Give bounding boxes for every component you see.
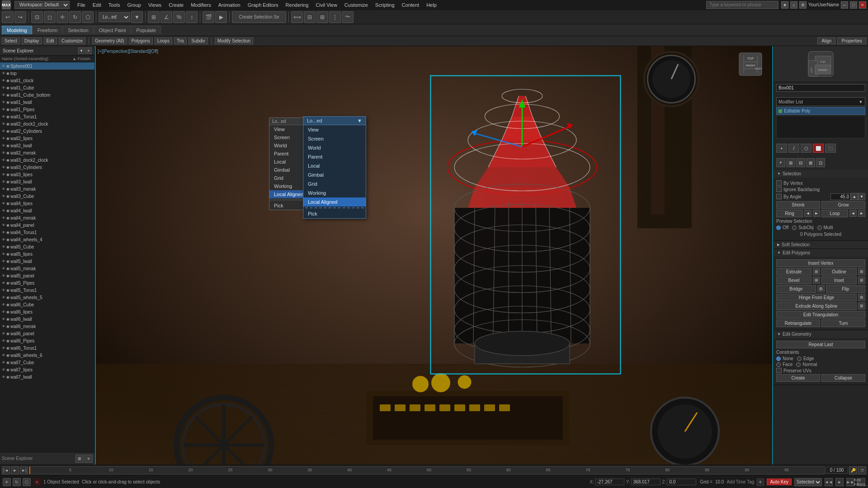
extrude-along-spline-btn[interactable]: Extrude Along Spline <box>776 302 857 310</box>
bevel-btn[interactable]: Bevel <box>776 277 811 284</box>
list-item-29[interactable]: 👁 ◉ wall5_panel <box>0 272 94 279</box>
auto-key-btn[interactable]: Auto Key <box>767 479 792 485</box>
scene-explorer-config[interactable]: ≡ <box>85 455 93 463</box>
preview-subobj-radio[interactable] <box>792 225 797 230</box>
sd-screen[interactable]: Screen <box>303 134 366 143</box>
flip-btn[interactable]: Flip <box>826 285 866 293</box>
small-reference-dropdown[interactable]: Lo...ed ▼ View Screen World Parent Local… <box>303 116 366 219</box>
tool-icon-3[interactable]: ⊟ <box>796 158 805 167</box>
ref-coord-btn[interactable]: ▼ <box>131 11 143 23</box>
reference-coord-dropdown[interactable]: Lo...ed <box>99 12 130 22</box>
z-value-input[interactable] <box>667 479 696 485</box>
menu-scripting[interactable]: Scripting <box>372 1 398 9</box>
spinner-snap[interactable]: ↕ <box>186 11 198 23</box>
edit-triangulation-btn[interactable]: Edit Triangulation <box>776 311 865 319</box>
mini-rotate-btn[interactable]: ↻ <box>13 478 21 486</box>
settings-icon[interactable]: ⚙ <box>799 1 807 9</box>
ring-plus[interactable]: ► <box>813 210 820 217</box>
list-item-7[interactable]: 👁 ◉ wall1_Torus1 <box>0 113 94 120</box>
face-radio[interactable] <box>776 362 781 367</box>
list-item-26[interactable]: 👁 ◉ wall5_lipes <box>0 250 94 258</box>
list-item-wall1-cube[interactable]: 👁 ◉ wall1_Cube <box>0 84 94 91</box>
tool-icon-2[interactable]: ⊞ <box>786 158 795 167</box>
sd-parent[interactable]: Parent <box>303 152 366 161</box>
poly-polygons-btn[interactable]: Polygons <box>129 38 153 44</box>
bevel-settings[interactable]: ⊞ <box>813 277 820 284</box>
loop-plus[interactable]: ► <box>858 210 865 217</box>
list-item-12[interactable]: 👁 ◉ wall2_merak <box>0 149 94 156</box>
insert-vertex-btn[interactable]: Insert Vertex <box>776 259 865 267</box>
sub-icon-border[interactable]: ⬡ <box>801 144 811 153</box>
sd-working[interactable]: Working <box>303 188 366 197</box>
list-item-38[interactable]: 👁 ◉ wall6_Pipes <box>0 337 94 344</box>
poly-select-btn[interactable]: Select <box>2 38 20 44</box>
sd-pick[interactable]: Pick <box>303 209 366 218</box>
list-item-19[interactable]: 👁 ◉ wall4_lipes <box>0 200 94 207</box>
poly-modify-selection-btn[interactable]: Modify Selection <box>215 38 253 44</box>
loop-minus[interactable]: ◄ <box>849 210 857 217</box>
home-icon[interactable]: ⌂ <box>790 1 797 9</box>
list-item-39[interactable]: 👁 ◉ wall6_Torus1 <box>0 344 94 352</box>
render-btn[interactable]: ▶ <box>215 11 227 23</box>
sd-world[interactable]: World <box>303 143 366 152</box>
preview-off-radio[interactable] <box>776 225 781 230</box>
grow-btn[interactable]: Grow <box>821 201 865 209</box>
menu-edit[interactable]: Edit <box>90 1 104 9</box>
poly-tris-btn[interactable]: Tris <box>174 38 187 44</box>
properties-label[interactable]: Properties <box>837 38 866 44</box>
tool-icon-1[interactable]: ⌖ <box>776 158 785 167</box>
star-icon[interactable]: ★ <box>781 1 788 9</box>
create-selection-set-btn[interactable]: Create Selection Se <box>232 11 286 23</box>
list-item-30[interactable]: 👁 ◉ wall5_Pipes <box>0 279 94 286</box>
soft-selection-header[interactable]: ▶ Soft Selection <box>774 241 868 249</box>
selection-mode-dropdown[interactable]: Selected <box>794 478 822 486</box>
list-item-9[interactable]: 👁 ◉ wall2_Cylinders <box>0 127 94 135</box>
undo-btn[interactable]: ↩ <box>2 11 14 23</box>
move-btn[interactable]: ✛ <box>57 11 68 23</box>
list-item-35[interactable]: 👁 ◉ wall6_lwall <box>0 315 94 323</box>
poly-subdiv-btn[interactable]: Subdiv <box>189 38 208 44</box>
list-item-34[interactable]: 👁 ◉ wall6_lipes <box>0 308 94 315</box>
key-mode-btn[interactable]: 🔑 <box>849 466 857 474</box>
sub-icon-polygon[interactable]: ⬜ <box>813 144 824 153</box>
angle-value-input[interactable] <box>830 193 851 200</box>
angle-down-btn[interactable]: ▼ <box>858 193 865 200</box>
render-setup[interactable]: 🎬 <box>203 11 214 23</box>
scene-explorer-toggle[interactable]: ⊞ <box>75 455 84 463</box>
x-value-input[interactable] <box>595 479 624 485</box>
hinge-settings[interactable]: ⊞ <box>858 294 865 301</box>
key-filters-btn[interactable]: Key Filters... <box>857 478 865 486</box>
list-item-42[interactable]: 👁 ◉ wall7_lipes <box>0 366 94 373</box>
play-btn[interactable]: ► <box>835 478 844 486</box>
tab-modeling[interactable]: Modeling <box>2 26 32 34</box>
y-value-input[interactable] <box>631 479 660 485</box>
list-item-13[interactable]: 👁 ◉ wall3_dock2_clock <box>0 156 94 164</box>
normal-radio[interactable] <box>796 362 801 367</box>
retriangulate-btn[interactable]: Retriangulate <box>776 319 820 327</box>
sub-icon-element[interactable]: ⬛ <box>825 144 836 153</box>
mirror-btn[interactable]: ⟺ <box>291 11 303 23</box>
list-item-28[interactable]: 👁 ◉ wall5_merak <box>0 265 94 272</box>
preview-multi-radio[interactable] <box>817 225 822 230</box>
edit-geometry-header[interactable]: ▼ Edit Geometry <box>774 330 868 338</box>
extrude-btn[interactable]: Extrude <box>776 268 811 276</box>
redo-btn[interactable]: ↪ <box>14 11 26 23</box>
ring-btn[interactable]: Ring <box>776 210 803 217</box>
poly-edit-btn[interactable]: Edit <box>44 38 57 44</box>
list-item-32[interactable]: 👁 ◉ wall5_wheels_5 <box>0 294 94 301</box>
frame-counter[interactable]: 0 / 100 <box>826 467 848 474</box>
list-item-40[interactable]: 👁 ◉ wall6_wheels_6 <box>0 352 94 359</box>
list-item-10[interactable]: 👁 ◉ wall2_lipes <box>0 135 94 142</box>
create-btn[interactable]: Create <box>776 374 820 382</box>
list-item-14[interactable]: 👁 ◉ wall3_Cylinders <box>0 164 94 171</box>
list-item-41[interactable]: 👁 ◉ wall7_Cube <box>0 359 94 366</box>
prev-key-btn[interactable]: ◄◄ <box>825 478 833 486</box>
list-item-18[interactable]: 👁 ◉ wall3_Cube <box>0 192 94 200</box>
list-item-8[interactable]: 👁 ◉ wall2_dock2_clock <box>0 120 94 127</box>
turn-btn[interactable]: Turn <box>821 319 865 327</box>
list-item-22[interactable]: 👁 ◉ wall4_panel <box>0 221 94 229</box>
list-item-36[interactable]: 👁 ◉ wall6_merak <box>0 323 94 330</box>
bridge-btn[interactable]: Bridge <box>776 285 816 293</box>
menu-group[interactable]: Group <box>124 1 144 9</box>
menu-content[interactable]: Content <box>399 1 423 9</box>
